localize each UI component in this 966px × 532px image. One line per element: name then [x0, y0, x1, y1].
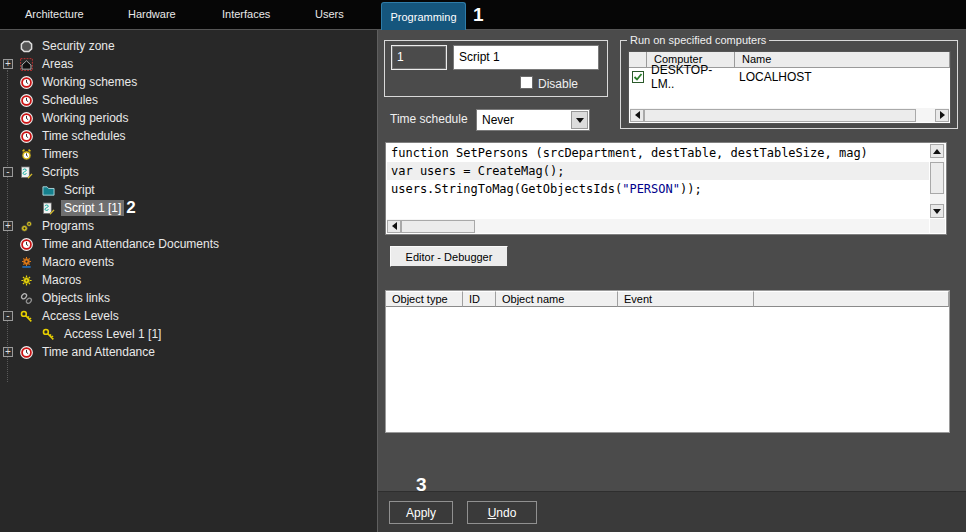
sidebar-item-areas[interactable]: + Areas	[0, 55, 377, 73]
computer-row[interactable]: DESKTOP-LM.. LOCALHOST	[629, 68, 950, 86]
tab-programming[interactable]: Programming	[381, 2, 466, 30]
sidebar-item-label: Macro events	[39, 254, 117, 270]
tab-architecture[interactable]: Architecture	[25, 8, 84, 20]
sidebar-item-script[interactable]: Script	[0, 181, 377, 199]
object-type-column-header[interactable]: Object type	[386, 291, 463, 307]
code-line: function SetPersons (srcDepartment, dest…	[387, 144, 929, 162]
sidebar-item-script-1[interactable]: Script 1 [1] 2	[0, 199, 377, 217]
sidebar-item-label: Time schedules	[39, 128, 129, 144]
sidebar-item-programs[interactable]: + Programs	[0, 217, 377, 235]
time-schedule-dropdown[interactable]: Never	[476, 109, 590, 131]
sidebar-item-access-levels[interactable]: - Access Levels	[0, 307, 377, 325]
sidebar-item-label: Time and Attendance Documents	[39, 236, 222, 252]
expander-icon[interactable]: -	[3, 311, 13, 321]
id-column-header[interactable]: ID	[463, 291, 496, 307]
scrollbar-thumb[interactable]	[644, 109, 916, 122]
tab-interfaces[interactable]: Interfaces	[222, 8, 270, 20]
apply-button[interactable]: Apply	[389, 501, 453, 524]
time-schedule-label: Time schedule	[390, 112, 468, 126]
down-arrow-icon	[933, 209, 941, 214]
editor-horizontal-scrollbar[interactable]	[387, 219, 929, 233]
expander-icon[interactable]	[3, 239, 13, 249]
alarm-clock-icon	[20, 148, 33, 161]
clock-icon	[20, 238, 33, 251]
expander-icon[interactable]	[3, 275, 13, 285]
disable-checkbox[interactable]	[520, 76, 533, 89]
script-code-editor[interactable]: function SetPersons (srcDepartment, dest…	[385, 142, 947, 235]
empty-column-header	[754, 291, 949, 307]
expander-icon[interactable]	[3, 329, 13, 339]
sidebar-item-time-attendance-documents[interactable]: Time and Attendance Documents	[0, 235, 377, 253]
scroll-right-button[interactable]	[935, 109, 949, 122]
security-zone-icon	[20, 40, 33, 53]
sidebar-item-objects-links[interactable]: Objects links	[0, 289, 377, 307]
expander-icon[interactable]	[3, 95, 13, 105]
folder-icon	[42, 184, 55, 197]
expander-icon[interactable]: -	[3, 167, 13, 177]
editor-vertical-scrollbar[interactable]	[930, 144, 945, 218]
scrollbar-thumb[interactable]	[401, 220, 475, 233]
up-arrow-icon	[933, 149, 941, 154]
code-area[interactable]: function SetPersons (srcDepartment, dest…	[387, 144, 929, 218]
left-arrow-icon	[392, 222, 397, 230]
expander-icon[interactable]	[3, 257, 13, 267]
annotation-1: 1	[473, 4, 484, 26]
sidebar-item-macro-events[interactable]: Macro events	[0, 253, 377, 271]
sidebar-item-time-schedules[interactable]: Time schedules	[0, 127, 377, 145]
computer-row-checkbox[interactable]	[632, 71, 644, 83]
computers-horizontal-scrollbar[interactable]	[630, 108, 949, 122]
sidebar-item-access-level-1[interactable]: Access Level 1 [1]	[0, 325, 377, 343]
sidebar-item-label: Working periods	[39, 110, 131, 126]
annotation-2: 2	[126, 198, 135, 218]
editor-debugger-button[interactable]: Editor - Debugger	[390, 246, 508, 267]
expander-icon[interactable]	[3, 41, 13, 51]
expander-icon[interactable]: +	[3, 59, 13, 69]
undo-button[interactable]: Undo	[467, 501, 537, 524]
event-column-header[interactable]: Event	[618, 291, 754, 307]
group-title: Run on specified computers	[627, 34, 769, 46]
sidebar-item-scripts[interactable]: - Scripts	[0, 163, 377, 181]
clock-icon	[20, 76, 33, 89]
expander-icon[interactable]	[3, 131, 13, 141]
code-line: users.StringToMag(GetObjectsIds("PERSON"…	[387, 180, 929, 198]
sidebar-item-macros[interactable]: Macros	[0, 271, 377, 289]
scroll-left-button[interactable]	[387, 220, 401, 233]
key-icon	[20, 310, 33, 323]
chevron-down-icon	[576, 118, 584, 123]
expander-icon[interactable]: +	[3, 221, 13, 231]
scroll-left-button[interactable]	[630, 109, 644, 122]
expander-icon[interactable]	[3, 149, 13, 159]
link-icon	[20, 292, 33, 305]
script-identity-group: 1 Script 1 Disable	[384, 40, 608, 97]
expander-icon[interactable]	[3, 203, 13, 213]
sidebar-item-working-periods[interactable]: Working periods	[0, 109, 377, 127]
sidebar-item-schedules[interactable]: Schedules	[0, 91, 377, 109]
script-icon	[42, 202, 55, 215]
tab-hardware[interactable]: Hardware	[128, 8, 176, 20]
expander-icon[interactable]: +	[3, 347, 13, 357]
tree-indent	[20, 190, 42, 191]
sidebar-item-working-schemes[interactable]: Working schemes	[0, 73, 377, 91]
script-id-field[interactable]: 1	[391, 45, 447, 70]
scrollbar-thumb[interactable]	[930, 162, 944, 194]
expander-icon[interactable]	[3, 113, 13, 123]
dropdown-button[interactable]	[571, 111, 588, 129]
sidebar-item-label: Schedules	[39, 92, 101, 108]
sidebar-item-timers[interactable]: Timers	[0, 145, 377, 163]
tab-users[interactable]: Users	[315, 8, 344, 20]
name-column-header[interactable]: Name	[735, 52, 950, 68]
sidebar-item-security-zone[interactable]: Security zone	[0, 37, 377, 55]
scroll-up-button[interactable]	[930, 144, 944, 158]
expander-icon[interactable]	[3, 185, 13, 195]
sidebar-item-time-and-attendance[interactable]: + Time and Attendance	[0, 343, 377, 361]
checkbox-column-header[interactable]	[629, 52, 647, 68]
expander-icon[interactable]	[3, 77, 13, 87]
expander-icon[interactable]	[3, 293, 13, 303]
scrollbar-corner	[930, 219, 945, 233]
scroll-down-button[interactable]	[930, 204, 944, 218]
script-name-input[interactable]: Script 1	[453, 45, 599, 70]
code-line-highlighted: var users = CreateMag();	[387, 162, 929, 180]
sidebar-item-label: Access Level 1 [1]	[61, 326, 164, 342]
object-name-column-header[interactable]: Object name	[496, 291, 618, 307]
sidebar-item-label-selected: Script 1 [1]	[61, 200, 124, 216]
